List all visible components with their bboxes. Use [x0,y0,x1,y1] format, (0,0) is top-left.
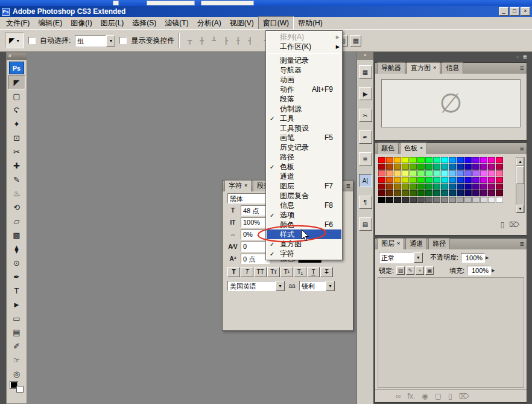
panel-icon-layer-comps[interactable]: ≣ [359,152,372,165]
panel-tab[interactable]: 导航器 [377,62,405,74]
color-swatch[interactable] [410,164,417,170]
color-swatch[interactable] [457,177,464,183]
color-swatch[interactable] [378,164,385,170]
align-right-edges-icon[interactable]: ┫ [244,35,256,46]
color-swatch[interactable] [457,157,464,163]
color-swatch[interactable] [488,177,495,183]
color-swatch[interactable] [464,164,472,170]
shape-tool[interactable]: ▭ [8,312,25,325]
color-swatch[interactable] [480,197,487,203]
menu-item[interactable]: ✓ 直方图 [267,239,341,249]
panel-icon-brushes[interactable]: ▦ [359,65,372,79]
new-swatch-icon[interactable]: ▯ [500,220,504,229]
color-swatch[interactable] [480,184,487,190]
layer-style-icon[interactable]: fx. [408,392,416,400]
type-tool[interactable]: T [8,284,25,298]
color-swatch[interactable] [441,157,448,163]
color-swatch[interactable] [410,177,417,183]
menu-title[interactable]: 图像(I) [66,17,96,30]
menu-item[interactable]: ✓ 字符 [267,249,341,258]
panel-icon-paragraph[interactable]: ¶ [359,196,372,209]
color-swatch[interactable] [441,170,448,176]
history-brush-tool[interactable]: ⟲ [8,200,25,214]
menu-title[interactable]: 滤镜(T) [160,17,192,30]
color-swatch[interactable] [449,190,456,196]
color-swatch[interactable] [402,177,409,183]
align-top-edges-icon[interactable]: ┳ [184,35,195,46]
color-swatch[interactable] [472,184,480,190]
swatches-scrollbar[interactable]: ▲ ▼ [516,157,525,213]
color-swatch[interactable] [417,164,425,170]
color-swatch[interactable] [464,190,472,196]
color-swatch[interactable] [394,170,401,176]
color-swatch[interactable] [433,170,440,176]
crop-tool[interactable]: ⊡ [8,131,25,145]
menu-item[interactable]: 工作区(K) ▶ [267,42,341,51]
color-swatch[interactable] [480,164,487,170]
taskbar-item[interactable] [147,1,195,5]
lock-transparency-icon[interactable]: ▨ [396,266,405,275]
scrubby-arrow-icon[interactable]: ▶ [486,255,489,260]
color-swatch[interactable] [410,197,417,203]
color-swatch[interactable] [402,197,409,203]
color-swatch[interactable] [449,184,456,190]
color-swatch[interactable] [496,157,503,163]
color-swatch[interactable] [480,170,487,176]
color-swatch[interactable] [488,184,495,190]
menu-item[interactable]: 仿制源 [267,104,341,114]
chevron-down-icon[interactable]: ▼ [414,252,423,263]
show-transform-checkbox[interactable] [119,37,127,44]
language-dropdown[interactable]: 美国英语 ▼ [227,281,285,291]
menu-item[interactable]: ✓ 选项 [267,210,341,220]
color-swatch[interactable] [386,197,393,203]
toolbar-extra-icon-2[interactable]: ▦ [350,35,361,46]
blend-mode-dropdown[interactable]: 正常 ▼ [379,252,423,263]
color-swatch[interactable] [472,177,480,183]
healing-brush-tool[interactable]: ✚ [8,159,25,173]
title-bar[interactable]: Ps Adobe Photoshop CS3 Extended _ □ × [0,6,532,17]
lock-image-icon[interactable]: ✎ [406,266,414,275]
toolbox-collapse-icon[interactable]: » [7,53,27,60]
fill-field[interactable]: 100% ▶ [467,266,495,275]
color-swatch[interactable] [457,190,464,196]
color-swatch[interactable] [386,184,393,190]
color-swatch[interactable] [410,170,417,176]
color-swatch[interactable] [417,197,425,203]
panel-tab[interactable]: 通道 [405,238,427,249]
color-swatch[interactable] [394,177,401,183]
align-vertical-centers-icon[interactable]: ╋ [196,35,207,46]
faux-italic-button[interactable]: T [241,267,253,277]
tab-close-icon[interactable]: × [433,65,436,71]
menu-item[interactable]: 测量记录 [267,56,341,65]
taskbar-item[interactable] [113,1,119,5]
link-layers-icon[interactable]: ∞ [396,392,401,400]
color-swatch[interactable] [386,164,393,170]
new-layer-icon[interactable]: ▯ [448,392,452,400]
color-swatch[interactable] [402,190,409,196]
color-swatch[interactable] [496,197,503,203]
color-swatch[interactable] [488,190,495,196]
panel-tab[interactable]: 颜色 [377,143,399,154]
layer-mask-icon[interactable]: ◉ [422,392,428,400]
color-swatch[interactable] [386,157,393,163]
background-color-swatch[interactable] [16,386,24,393]
eraser-tool[interactable]: ▱ [8,214,25,228]
scrollbar-thumb[interactable] [516,166,524,184]
eyedropper-tool[interactable]: ✐ [8,339,25,353]
color-swatch[interactable] [433,190,440,196]
menu-item[interactable]: 工具预设 [267,123,341,133]
color-swatch[interactable] [449,177,456,183]
color-swatch[interactable] [394,164,401,170]
scroll-up-icon[interactable]: ▲ [516,158,524,165]
menu-item[interactable]: 样式 [267,229,341,239]
path-selection-tool[interactable]: ► [8,298,25,312]
close-button[interactable]: × [521,7,530,16]
color-swatch[interactable] [441,190,448,196]
color-swatch[interactable] [425,190,432,196]
color-swatch[interactable] [425,177,432,183]
panel-icon-character[interactable]: A| [359,174,372,187]
color-swatch[interactable] [433,197,440,203]
color-swatch[interactable] [480,157,487,163]
menu-item[interactable]: 图层 F7 [267,181,341,191]
scroll-down-icon[interactable]: ▼ [516,205,524,213]
